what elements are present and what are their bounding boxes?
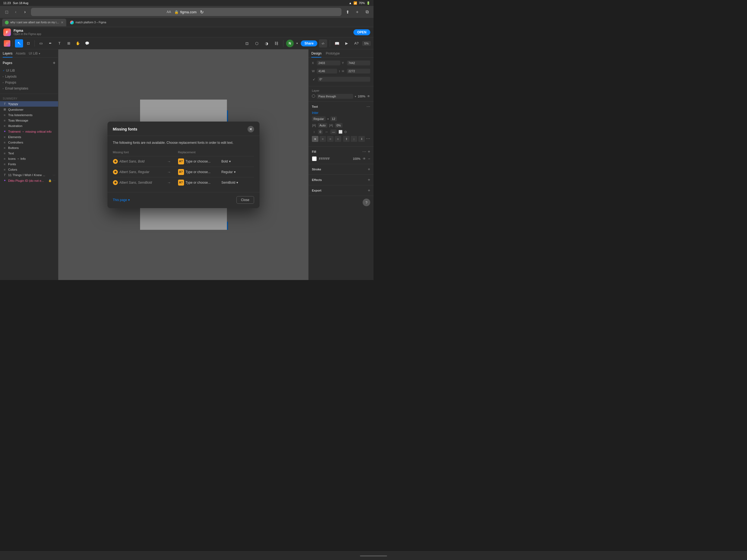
sidebar-tab-uilib[interactable]: UI LiB ▾	[29, 52, 40, 57]
align-left-button[interactable]: ≡	[312, 136, 318, 142]
avatar-chevron-button[interactable]: ▾	[295, 39, 299, 48]
layer-item-controllers[interactable]: ≡ Controllers	[0, 140, 58, 145]
layer-item-fonts[interactable]: ≡ Fonts	[0, 161, 58, 167]
back-button[interactable]: ‹	[12, 8, 20, 16]
page-item-popups[interactable]: Popups	[0, 80, 58, 85]
select-tool-button[interactable]: ↖	[15, 39, 23, 48]
aa-text[interactable]: AA	[167, 10, 171, 14]
close-dialog-button[interactable]: Close	[236, 196, 254, 204]
fill-remove-button[interactable]: −	[368, 157, 370, 161]
sidebar-tab-assets[interactable]: Assets	[16, 52, 26, 57]
design-tab[interactable]: Design	[311, 49, 321, 57]
this-page-button[interactable]: This page ▾	[113, 198, 130, 202]
tab-google-close[interactable]: ✕	[61, 21, 63, 24]
width-prop[interactable]: —	[330, 129, 337, 134]
fill-opacity-value[interactable]: 100%	[353, 157, 360, 160]
share-button[interactable]: Share	[301, 41, 317, 46]
align-center-button[interactable]: ≡	[319, 136, 326, 142]
letter-spacing-prop[interactable]: 0%	[335, 123, 342, 128]
forward-button[interactable]: ›	[21, 8, 29, 16]
effects-add-button[interactable]: +	[368, 178, 370, 182]
page-item-email[interactable]: Email templates	[0, 85, 58, 91]
figma-menu-button[interactable]: F	[4, 40, 10, 47]
font-replace-0[interactable]: A? Type or choose...	[178, 158, 222, 164]
layer-item-buttons[interactable]: ≡ Buttons	[0, 145, 58, 151]
fill-add-button[interactable]: +	[368, 149, 370, 154]
comment-tool-button[interactable]: 💬	[83, 39, 91, 48]
constrain-icon[interactable]: ↕	[339, 69, 340, 73]
page-item-uilib[interactable]: UI LiB	[0, 68, 58, 74]
font-style-1[interactable]: Regular ▾	[222, 170, 254, 174]
layer-item-tratment[interactable]: ✦ Tratment → missing critical info	[0, 129, 58, 134]
layer-item-yyyyyy[interactable]: T Yyyyyy	[0, 101, 58, 107]
type-or-choose-2[interactable]: Type or choose...	[186, 181, 211, 185]
align-justify-button[interactable]: ≡	[335, 136, 341, 142]
hand-tool-button[interactable]: ✋	[74, 39, 82, 48]
y-value[interactable]: 7442	[347, 60, 370, 65]
h-value[interactable]: 2272	[347, 69, 370, 74]
tab-google[interactable]: why i cant see albert san fonts on my ip…	[2, 19, 66, 26]
text-font-name[interactable]: Inter	[312, 111, 370, 115]
zoom-button[interactable]: 5%	[362, 41, 371, 46]
fill-hex-value[interactable]: FFFFFF	[319, 157, 330, 160]
text-section-dots[interactable]: ⋯	[366, 104, 370, 109]
text-tool-button[interactable]: T	[55, 39, 63, 48]
layer-item-toas[interactable]: ≡ Toas Message	[0, 118, 58, 123]
present-book-button[interactable]: 📖	[333, 39, 341, 48]
line-height-prop[interactable]: Auto	[318, 123, 327, 128]
canvas-area[interactable]: Missing fonts ✕ The following fonts are …	[58, 49, 308, 280]
text-more-options-button[interactable]: ⋯	[366, 136, 370, 142]
figma-open-button[interactable]: OPEN	[354, 29, 370, 35]
font-style-prop[interactable]: Regular	[312, 116, 326, 121]
layer-item-illustration[interactable]: ≡ Illustration	[0, 123, 58, 129]
contrast-tool-button[interactable]: ◑	[262, 39, 271, 48]
tabs-button[interactable]: ⧉	[363, 8, 371, 16]
link-tool-button[interactable]: ⛓	[272, 39, 280, 48]
visibility-icon[interactable]: 👁	[367, 95, 370, 98]
frame-tool-button[interactable]: ⊡	[24, 39, 32, 48]
help-button[interactable]: ?	[363, 198, 370, 206]
component-tool-button[interactable]: ⬡	[253, 39, 261, 48]
font-style-chevron[interactable]: ▾	[327, 117, 329, 121]
font-size-prop[interactable]: 12	[330, 116, 337, 121]
valign-middle-button[interactable]: ↕	[351, 136, 357, 142]
page-item-layouts[interactable]: Layouts	[0, 74, 58, 80]
layer-item-icons-info[interactable]: ≡ Icons → Info	[0, 156, 58, 161]
address-bar[interactable]: AA 🔒 figma.com ↻	[31, 8, 341, 16]
layer-item-text[interactable]: ≡ Text	[0, 151, 58, 156]
fill-color-swatch[interactable]	[312, 156, 317, 161]
type-or-choose-1[interactable]: Type or choose...	[186, 170, 211, 174]
font-style-0[interactable]: Bold ▾	[222, 160, 254, 163]
blend-mode-value[interactable]: Pass through	[317, 94, 353, 99]
plugins-tool-button[interactable]: ⊞	[65, 39, 73, 48]
sidebar-tab-layers[interactable]: Layers	[3, 52, 12, 57]
export-add-button[interactable]: +	[368, 188, 370, 193]
fill-dots-icon[interactable]: ⋯	[362, 150, 366, 154]
font-replace-1[interactable]: A? Type or choose...	[178, 169, 222, 175]
valign-bottom-button[interactable]: ⬇	[358, 136, 365, 142]
sidebar-toggle-button[interactable]: ⊡	[3, 8, 10, 16]
shape-tool-button[interactable]: ▭	[37, 39, 45, 48]
layer-item-ditto[interactable]: ✦ Ditto Plugin ID (do not e... 🔒 ⋯	[0, 178, 58, 183]
blend-opacity-value[interactable]: 100%	[358, 95, 365, 98]
layer-item-colors[interactable]: ≡ Colors	[0, 167, 58, 172]
code-button[interactable]: ‹/›	[319, 39, 327, 48]
x-value[interactable]: 2403	[317, 60, 340, 65]
layer-item-11things[interactable]: T 11 Things I Wish I Knew ... ⋯	[0, 172, 58, 178]
valign-top-button[interactable]: ⬆	[343, 136, 350, 142]
layer-item-elements[interactable]: ≡ Elements	[0, 134, 58, 140]
share-browser-button[interactable]: ⬆	[344, 8, 351, 16]
w-value[interactable]: 4146	[317, 69, 337, 74]
tab-figma[interactable]: match platform 3 – Figma	[67, 19, 109, 26]
reload-button[interactable]: ↻	[198, 8, 206, 16]
grid-tool-button[interactable]: ⊡	[243, 39, 251, 48]
stroke-add-button[interactable]: +	[368, 167, 370, 172]
align-right-button[interactable]: ≡	[327, 136, 334, 142]
url-text[interactable]: figma.com	[180, 10, 197, 14]
type-or-choose-0[interactable]: Type or choose...	[186, 160, 211, 163]
layer-item-tria[interactable]: ≡ Tria listeelements	[0, 112, 58, 118]
dialog-close-button[interactable]: ✕	[248, 126, 254, 132]
font-style-2[interactable]: SemiBold ▾	[222, 181, 254, 185]
rotation-value[interactable]: 0°	[318, 77, 370, 82]
accessibility-button[interactable]: A?	[352, 39, 360, 48]
